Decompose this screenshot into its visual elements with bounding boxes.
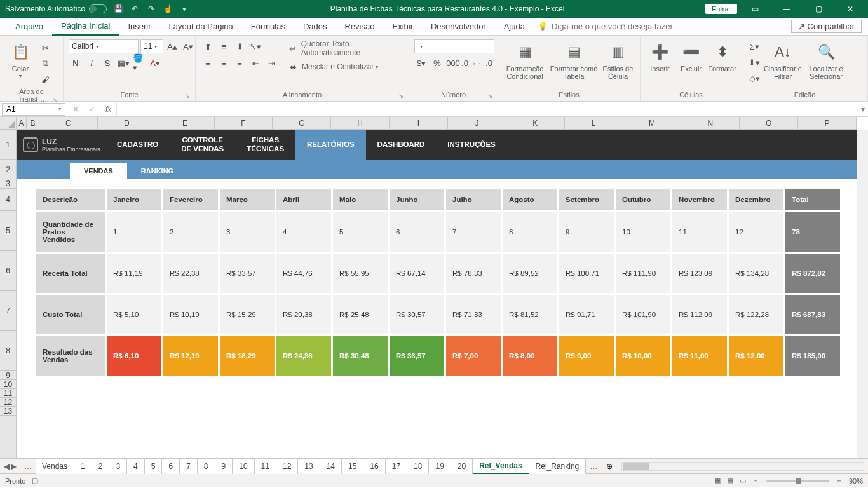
dialog-launcher-icon[interactable]: ↘: [185, 92, 190, 99]
col-header-L[interactable]: L: [565, 117, 623, 129]
fx-icon[interactable]: fx: [100, 105, 116, 114]
zoom-level[interactable]: 90%: [849, 477, 863, 485]
sheet-tab-1[interactable]: 1: [74, 459, 92, 474]
wrap-text-button[interactable]: ↩Quebrar Texto Automaticamente: [286, 39, 403, 57]
tab-review[interactable]: Revisão: [336, 18, 384, 36]
paste-button[interactable]: 📋 Colar▾: [5, 38, 36, 79]
minimize-icon[interactable]: —: [773, 0, 801, 18]
sheet-tab-10[interactable]: 10: [233, 459, 254, 474]
undo-icon[interactable]: ↶: [130, 4, 140, 14]
sheet-tab-2[interactable]: 2: [92, 459, 110, 474]
tab-file[interactable]: Arquivo: [6, 18, 52, 36]
sheet-tab-4[interactable]: 4: [127, 459, 145, 474]
col-header-O[interactable]: O: [740, 117, 798, 129]
currency-icon[interactable]: $▾: [414, 56, 428, 70]
macro-record-icon[interactable]: ▢: [32, 477, 38, 485]
tab-formulas[interactable]: Fórmulas: [242, 18, 294, 36]
increase-indent-icon[interactable]: ⇥: [264, 56, 278, 70]
underline-icon[interactable]: S: [100, 56, 114, 70]
new-sheet-icon[interactable]: ⊕: [601, 462, 618, 471]
tab-developer[interactable]: Desenvolvedor: [422, 18, 495, 36]
sheet-tab-Rel_Ranking[interactable]: Rel_Ranking: [529, 459, 587, 474]
row-header-11[interactable]: 11: [0, 389, 16, 398]
row-header-9[interactable]: 9: [0, 371, 16, 380]
col-header-F[interactable]: F: [215, 117, 273, 129]
col-header-D[interactable]: D: [98, 117, 156, 129]
fill-icon[interactable]: ⬇▾: [747, 55, 761, 69]
sheet-tab-Rel_Vendas[interactable]: Rel_Vendas: [473, 459, 529, 474]
align-bottom-icon[interactable]: ⬇: [233, 39, 247, 53]
col-header-K[interactable]: K: [506, 117, 565, 129]
cut-icon[interactable]: ✂: [38, 41, 52, 55]
row-header-8[interactable]: 8: [0, 331, 16, 371]
col-header-M[interactable]: M: [623, 117, 682, 129]
tab-view[interactable]: Exibir: [383, 18, 422, 36]
format-cells-button[interactable]: ⬍Formatar: [708, 38, 736, 72]
italic-icon[interactable]: I: [85, 56, 98, 70]
format-as-table-button[interactable]: ▤Formatar como Tabela: [549, 38, 599, 80]
find-select-button[interactable]: 🔍Localizar e Selecionar: [804, 38, 848, 80]
decrease-indent-icon[interactable]: ⇤: [248, 56, 262, 70]
autosum-icon[interactable]: Σ▾: [747, 39, 761, 53]
col-header-H[interactable]: H: [331, 117, 390, 129]
share-button[interactable]: ↗ Compartilhar: [791, 20, 862, 33]
cancel-formula-icon[interactable]: ✕: [67, 105, 84, 114]
align-center-icon[interactable]: ≡: [217, 56, 231, 70]
tab-data[interactable]: Dados: [294, 18, 336, 36]
nav-instruções[interactable]: INSTRUÇÕES: [436, 130, 506, 160]
col-header-E[interactable]: E: [156, 117, 215, 129]
view-page-layout-icon[interactable]: ▤: [727, 477, 733, 485]
sheet-tab-13[interactable]: 13: [298, 459, 320, 474]
merge-center-button[interactable]: ⬌Mesclar e Centralizar▾: [286, 60, 403, 74]
autosave-toggle[interactable]: Salvamento Automático: [5, 4, 107, 13]
ribbon-options-icon[interactable]: ▭: [741, 0, 769, 18]
nav-dashboard[interactable]: DASHBOARD: [366, 130, 437, 160]
tab-layout[interactable]: Layout da Página: [160, 18, 242, 36]
bold-icon[interactable]: N: [69, 56, 83, 70]
fill-color-icon[interactable]: 🪣▾: [132, 56, 146, 70]
customize-qat-icon[interactable]: ▾: [179, 4, 189, 14]
expand-formula-bar-icon[interactable]: ▾: [857, 102, 868, 116]
font-color-icon[interactable]: A▾: [148, 56, 162, 70]
orientation-icon[interactable]: ⤡▾: [248, 39, 262, 53]
delete-cells-button[interactable]: ➖Excluir: [677, 38, 705, 72]
tab-scroll-right-icon[interactable]: ▶: [11, 462, 17, 471]
col-header-A[interactable]: A: [17, 117, 27, 129]
align-top-icon[interactable]: ⬆: [201, 39, 215, 53]
spreadsheet-grid[interactable]: ABCDEFGHIJKLMNOP 12345678910111213 ◯ LUZ…: [0, 117, 868, 458]
dialog-launcher-icon[interactable]: ↘: [398, 92, 403, 99]
col-header-G[interactable]: G: [273, 117, 331, 129]
sheet-tab-3[interactable]: 3: [109, 459, 127, 474]
tell-me-search[interactable]: 💡 Diga-me o que você deseja fazer: [538, 22, 673, 31]
number-format-combo[interactable]: ▾: [414, 39, 494, 53]
sheet-tab-11[interactable]: 11: [255, 459, 276, 474]
copy-icon[interactable]: ⧉: [38, 57, 52, 71]
col-header-N[interactable]: N: [681, 117, 740, 129]
save-icon[interactable]: 💾: [113, 4, 123, 14]
align-middle-icon[interactable]: ≡: [217, 39, 231, 53]
view-normal-icon[interactable]: ▦: [714, 477, 721, 485]
font-size-combo[interactable]: 11▾: [140, 39, 163, 53]
percent-icon[interactable]: %: [430, 56, 444, 70]
sheet-tab-12[interactable]: 12: [276, 459, 298, 474]
col-header-I[interactable]: I: [390, 117, 448, 129]
borders-icon[interactable]: ▦▾: [116, 56, 130, 70]
col-header-P[interactable]: P: [798, 117, 857, 129]
row-header-10[interactable]: 10: [0, 380, 16, 389]
redo-icon[interactable]: ↷: [146, 4, 156, 14]
horizontal-scrollbar[interactable]: [621, 462, 864, 471]
sheet-tab-6[interactable]: 6: [162, 459, 180, 474]
conditional-formatting-button[interactable]: ▦Formatação Condicional: [503, 38, 546, 80]
sort-filter-button[interactable]: A↓Classificar e Filtrar: [764, 38, 802, 80]
row-header-2[interactable]: 2: [0, 160, 16, 179]
row-header-4[interactable]: 4: [0, 189, 16, 211]
font-name-combo[interactable]: Calibri▾: [69, 39, 139, 53]
col-header-C[interactable]: C: [39, 117, 98, 129]
align-right-icon[interactable]: ≡: [233, 56, 247, 70]
row-headers[interactable]: 12345678910111213: [0, 117, 17, 458]
enter-formula-icon[interactable]: ✓: [84, 105, 100, 114]
nav-relatórios[interactable]: RELATÓRIOS: [295, 130, 366, 160]
dialog-launcher-icon[interactable]: ↘: [53, 97, 58, 104]
sheet-tab-9[interactable]: 9: [215, 459, 233, 474]
decrease-font-icon[interactable]: A▾: [181, 39, 195, 53]
